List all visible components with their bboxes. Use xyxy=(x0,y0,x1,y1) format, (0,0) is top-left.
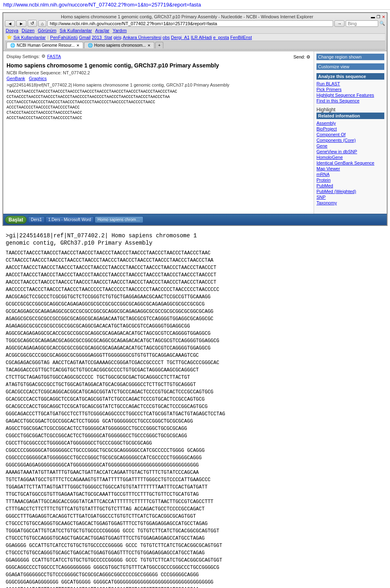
menu-duzen[interactable]: Düzen xyxy=(22,28,35,33)
toolbar-ankara[interactable]: Ankara Üniversitesi xyxy=(123,35,161,40)
map-viewer-link[interactable]: Map Viewer xyxy=(316,166,384,171)
refresh-button[interactable]: ↺ xyxy=(28,20,37,27)
new-tab-button[interactable]: + xyxy=(155,42,163,48)
gi-info-line: >gi|224514618|ref|NT_077402.2| Homo sapi… xyxy=(6,82,310,87)
menu-araclar[interactable]: Araçlar xyxy=(95,28,109,33)
graphics-link[interactable]: Graphics xyxy=(29,76,47,81)
browser-toolbar: ⭐ Sık Kullanılanlar | PenFahülüstü Gmail… xyxy=(5,34,385,41)
taskbar-homo[interactable]: Homo sapiens chromo... xyxy=(95,216,143,223)
toolbar-ilr[interactable]: ILR AlHadi xyxy=(191,35,212,40)
main-gi-header: >gi|224514618|ref|NT_077402.2| Homo sapi… xyxy=(6,232,384,239)
identical-link[interactable]: Identical GenBank Sequence xyxy=(316,160,384,166)
geneview-link[interactable]: GeneView in dbSNP xyxy=(316,149,384,154)
page-title: Homo sapiens chromosome 1 genomic contig… xyxy=(6,62,310,69)
toolbar-fen[interactable]: FenBilEnst xyxy=(230,35,252,40)
tab-homo-label: Homo sapiens chromosom... xyxy=(94,43,146,48)
main-text-area: >gi|224514618|ref|NT_077402.2| Homo sapi… xyxy=(0,228,390,588)
address-bar[interactable] xyxy=(48,20,333,27)
sequence-block: TAACCCTAACCCTAACCCTAACCCTAACCCTAACCCTAAC… xyxy=(6,89,310,121)
genbank-graphics-links: GenBank Graphics xyxy=(6,76,310,81)
genbank-link[interactable]: GenBank xyxy=(6,76,25,81)
toolbar-dergi[interactable]: Dergi_A1 xyxy=(171,35,190,40)
run-blast-link[interactable]: Run BLAST xyxy=(316,81,384,87)
snp-link[interactable]: SNP xyxy=(316,194,384,200)
change-region-btn[interactable]: Change region shown xyxy=(316,54,384,60)
pubmed-link[interactable]: PubMed xyxy=(316,183,384,189)
dna-sequence-main: TAACCCTAACCCTAACCCTAACCCTAACCCTAACCCTAAC… xyxy=(6,250,384,588)
related-title: Related information xyxy=(316,113,384,119)
component-of-link[interactable]: Component Of xyxy=(316,132,384,137)
analyze-section: Analyze this sequence Run BLAST Pick Pri… xyxy=(316,73,384,104)
menu-bar: Dosya Düzen Görünüm Sık Kullanılanlar Ar… xyxy=(5,28,385,34)
bing-search-input[interactable] xyxy=(346,20,378,27)
send-section: Send: ⚙ xyxy=(293,54,310,60)
tab-homo-sapiens[interactable]: 🌐 Homo sapiens chromosom... ✕ xyxy=(84,42,154,48)
taskbar-word[interactable]: 1.Ders - Microsoft Word xyxy=(46,216,94,223)
back-button[interactable]: ◄ xyxy=(5,20,15,27)
highlight-label: Highlight xyxy=(316,107,384,113)
go-button[interactable]: → xyxy=(334,20,344,27)
restore-icon[interactable]: ❐ xyxy=(377,15,380,19)
find-in-seq-link[interactable]: Find in this Sequence xyxy=(316,98,384,104)
browser-titlebar: Homo sapiens chromosome 1 genomic contig… xyxy=(3,13,387,51)
pubmed-weighted-link[interactable]: PubMed (Weighted) xyxy=(316,189,384,194)
gi-header-text: >gi|224514618|ref|NT_077402.2| Homo sapi… xyxy=(6,232,197,239)
url-bar: http://www.ncbi.nlm.nih.gov/nuccore/NT_0… xyxy=(0,0,390,10)
close-icon[interactable]: ✕ xyxy=(382,15,385,19)
forward-button[interactable]: ► xyxy=(16,20,26,27)
analyze-title: Analyze this sequence xyxy=(316,73,384,80)
homologene-link[interactable]: HomoloGene xyxy=(316,154,384,160)
ncbi-sidebar: Change region shown Customize view Analy… xyxy=(314,51,387,214)
display-settings-bar: Display Settings: ⚙ FASTA Send: ⚙ xyxy=(6,54,310,61)
main-assembly-line: genomic contig, GRCh37.p10 Primary Assem… xyxy=(6,240,384,246)
url-text: http://www.ncbi.nlm.nih.gov/nuccore/NT_0… xyxy=(3,2,201,8)
home-button[interactable]: ⌂ xyxy=(38,20,47,27)
bioproject-link[interactable]: BioProject xyxy=(316,126,384,132)
toolbar-eposta[interactable]: e_posta xyxy=(213,35,229,40)
toolbar-pen[interactable]: PenFahülüstü xyxy=(50,35,78,40)
menu-yardim[interactable]: Yardım xyxy=(113,28,127,33)
toolbar-obs[interactable]: obs xyxy=(162,35,170,40)
mrna-link[interactable]: mRNA xyxy=(316,171,384,177)
toolbar-stat[interactable]: 2013_Stat xyxy=(92,35,112,40)
assembly-link[interactable]: Assembly xyxy=(316,120,384,126)
change-region-label: Change region shown xyxy=(318,54,362,59)
components-core-link[interactable]: Components (Core) xyxy=(316,137,384,143)
tab-close-2[interactable]: ✕ xyxy=(147,43,151,48)
change-region-section: Change region shown xyxy=(316,54,384,60)
customize-view-section: Customize view xyxy=(316,63,384,70)
taxonomy-link[interactable]: Taxonomy xyxy=(316,200,384,206)
taskbar-ders1[interactable]: Ders1 xyxy=(28,216,45,223)
tab-ncbi-genome[interactable]: 🌐 NCBI Human Genome Resour... ✕ xyxy=(6,42,83,48)
protein-link[interactable]: Protein xyxy=(316,177,384,183)
browser-screenshot: Homo sapiens chromosome 1 genomic contig… xyxy=(2,12,388,226)
toolbar-giris[interactable]: giriş xyxy=(113,35,121,40)
related-section: Related information Assembly BioProject … xyxy=(316,113,384,206)
browser-title: Homo sapiens chromosome 1 genomic contig… xyxy=(5,14,369,19)
pick-primers-link[interactable]: Pick Primers xyxy=(316,87,384,92)
menu-dosya[interactable]: Dosya xyxy=(6,28,18,33)
customize-view-btn[interactable]: Customize view xyxy=(316,63,384,70)
ref-label: NCBI Reference Sequence: NT_077402.2 xyxy=(6,70,90,75)
minimize-icon[interactable]: ▬ xyxy=(371,15,375,19)
menu-sik[interactable]: Sık Kullanılanlar xyxy=(60,28,92,33)
browser-nav-bar: ◄ ► ↺ ⌂ → 🔍 xyxy=(5,20,385,27)
tab-bar: 🌐 NCBI Human Genome Resour... ✕ 🌐 Homo s… xyxy=(5,41,385,50)
menu-gorunum[interactable]: Görünüm xyxy=(38,28,56,33)
highlight-text: Highlight xyxy=(316,107,336,113)
highlight-seq-link[interactable]: Highlight Sequence Features xyxy=(316,92,384,98)
ncbi-page-content: Display Settings: ⚙ FASTA Send: ⚙ Homo s… xyxy=(3,51,387,214)
display-settings: Display Settings: ⚙ FASTA xyxy=(6,54,61,59)
ref-sequence: NCBI Reference Sequence: NT_077402.2 xyxy=(6,70,310,75)
gene-link[interactable]: Gene xyxy=(316,143,384,149)
start-button[interactable]: Başlat xyxy=(5,216,27,224)
send-label: Send: xyxy=(293,54,305,59)
customize-view-label: Customize view xyxy=(318,64,349,69)
toolbar-gmail[interactable]: Gmail xyxy=(79,35,91,40)
windows-taskbar: Başlat Ders1 1.Ders - Microsoft Word Hom… xyxy=(3,214,387,225)
format-link[interactable]: FASTA xyxy=(47,54,61,59)
tab-ncbi-label: NCBI Human Genome Resour... xyxy=(17,43,75,48)
tab-close-1[interactable]: ✕ xyxy=(76,43,80,48)
bing-search-icon[interactable]: 🔍 xyxy=(379,21,385,26)
toolbar-sik[interactable]: Sık Kullanılanlar xyxy=(13,35,46,40)
